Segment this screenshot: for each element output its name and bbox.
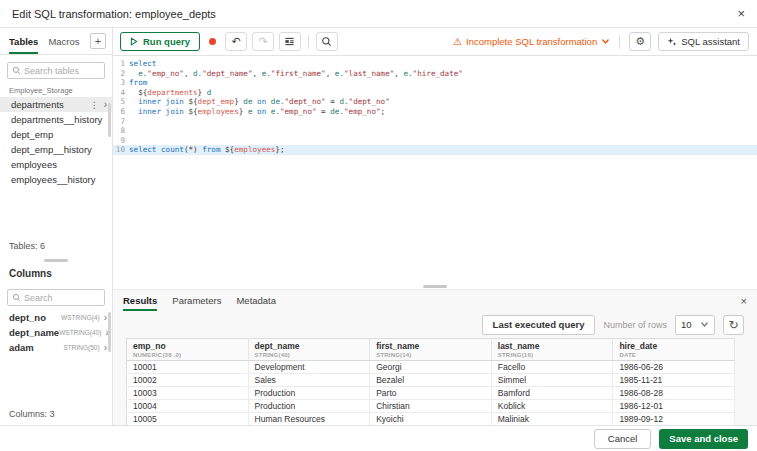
- search-code-button[interactable]: [316, 32, 338, 51]
- table-item[interactable]: dept_emp: [0, 127, 112, 142]
- save-and-close-button[interactable]: Save and close: [659, 429, 748, 449]
- table-cell: Development: [248, 361, 370, 374]
- code-token: "first_name": [271, 69, 326, 78]
- column-header[interactable]: hire_dateDATE: [613, 339, 735, 361]
- title-bar: Edit SQL transformation: employee_depts …: [0, 0, 757, 28]
- column-item[interactable]: dept_noWSTRING(4)›: [0, 310, 112, 325]
- sql-assistant-label: SQL assistant: [681, 36, 740, 47]
- tab-results[interactable]: Results: [123, 290, 157, 311]
- refresh-icon: ↻: [728, 318, 738, 332]
- code-token: departments: [147, 88, 197, 97]
- sidebar-splitter[interactable]: [0, 257, 112, 264]
- search-columns-input[interactable]: Search: [7, 289, 105, 306]
- code-token: count: [161, 145, 184, 154]
- code-line[interactable]: 4 ${departments} d: [113, 88, 757, 98]
- close-icon[interactable]: ×: [737, 7, 745, 20]
- tab-parameters[interactable]: Parameters: [172, 290, 221, 311]
- code-line[interactable]: 2 e."emp_no", d."dept_name", e."first_na…: [113, 69, 757, 79]
- code-token: de: [243, 97, 252, 106]
- table-cell: Production: [248, 400, 370, 413]
- results-table-wrap: emp_noNUMERIC(38 ,0)dept_nameSTRING(40)f…: [113, 338, 757, 425]
- code-token: };: [275, 145, 284, 154]
- code-token: "dept_no": [285, 97, 326, 106]
- rows-count-select[interactable]: 10: [675, 315, 715, 335]
- code-token: select: [129, 145, 156, 154]
- cancel-button[interactable]: Cancel: [594, 429, 652, 449]
- tables-scrollbar[interactable]: [108, 103, 111, 137]
- code-line[interactable]: 5 inner join ${dept_emp} de on de."dept_…: [113, 97, 757, 107]
- column-header[interactable]: last_nameSTRING(16): [491, 339, 613, 361]
- chevron-right-icon[interactable]: ›: [104, 99, 107, 110]
- code-token: [129, 88, 138, 97]
- line-number: 10: [113, 145, 129, 155]
- table-item[interactable]: departments__history: [0, 112, 112, 127]
- code-token: d.: [339, 97, 348, 106]
- table-row[interactable]: 10002SalesBezalelSimmel1985-11-21: [127, 374, 735, 387]
- columns-scrollbar[interactable]: [108, 312, 111, 352]
- sidebar: Tables Macros + Search tables Employee_S…: [0, 28, 113, 425]
- code-text: select: [129, 59, 156, 69]
- validation-warning-dropdown[interactable]: ⚠ Incomplete SQL transformation: [453, 36, 610, 47]
- columns-count: Columns: 3: [0, 405, 112, 425]
- line-number: 5: [113, 97, 129, 107]
- code-token: de.: [330, 107, 344, 116]
- page-title: Edit SQL transformation: employee_depts: [12, 8, 216, 20]
- close-results-icon[interactable]: ×: [741, 295, 747, 307]
- add-table-button[interactable]: +: [90, 33, 106, 49]
- column-header[interactable]: emp_noNUMERIC(38 ,0): [127, 339, 249, 361]
- redo-button[interactable]: ↷: [252, 32, 274, 51]
- last-executed-query-button[interactable]: Last executed query: [482, 315, 596, 335]
- column-header[interactable]: dept_nameSTRING(40): [248, 339, 370, 361]
- tab-tables[interactable]: Tables: [9, 28, 38, 54]
- code-token: "hire_date": [413, 69, 463, 78]
- column-type: STRING(50): [64, 344, 100, 351]
- code-token: [129, 107, 138, 116]
- column-header-name: last_name: [498, 341, 607, 351]
- more-options-icon[interactable]: ⋮: [90, 100, 99, 110]
- tab-macros[interactable]: Macros: [48, 28, 79, 54]
- code-token: "dept_name": [202, 69, 252, 78]
- code-token: [129, 97, 138, 106]
- chevron-right-icon[interactable]: ›: [104, 312, 107, 323]
- column-header[interactable]: first_nameSTRING(14): [370, 339, 492, 361]
- table-row[interactable]: 10005Human ResourcesKyoichiMaliniak1989-…: [127, 413, 735, 426]
- table-item[interactable]: dept_emp__history: [0, 142, 112, 157]
- search-tables-input[interactable]: Search tables: [7, 62, 105, 79]
- sql-code-editor[interactable]: 1select2 e."emp_no", d."dept_name", e."f…: [113, 56, 757, 283]
- sql-assistant-button[interactable]: SQL assistant: [658, 32, 749, 51]
- undo-button[interactable]: ↶: [225, 32, 247, 51]
- code-line[interactable]: 1select: [113, 59, 757, 69]
- column-header-name: emp_no: [133, 341, 242, 351]
- storage-group-label: Employee_Storage: [0, 83, 112, 97]
- table-cell: 10002: [127, 374, 249, 387]
- table-cell: 1989-09-12: [613, 413, 735, 426]
- code-line[interactable]: 6 inner join ${employees} e on e."emp_no…: [113, 107, 757, 117]
- refresh-results-button[interactable]: ↻: [723, 315, 744, 335]
- format-code-button[interactable]: [279, 32, 301, 51]
- chevron-right-icon[interactable]: ›: [104, 342, 107, 353]
- table-row[interactable]: 10001DevelopmentGeorgiFacello1986-06-26: [127, 361, 735, 374]
- search-columns-placeholder: Search: [24, 293, 53, 303]
- settings-button[interactable]: ⚙: [629, 32, 651, 51]
- table-item[interactable]: departments⋮›: [0, 97, 112, 112]
- code-line[interactable]: 8: [113, 126, 757, 136]
- run-query-button[interactable]: Run query: [120, 32, 200, 51]
- table-row[interactable]: 10004ProductionChirstianKoblick1986-12-0…: [127, 400, 735, 413]
- column-item[interactable]: dept_nameWSTRING(40)›: [0, 325, 112, 340]
- code-lines: 1select2 e."emp_no", d."dept_name", e."f…: [113, 59, 757, 155]
- tab-metadata[interactable]: Metadata: [236, 290, 276, 311]
- code-line[interactable]: 7: [113, 117, 757, 127]
- code-line[interactable]: 10select count(*) from ${employees};: [113, 145, 757, 155]
- line-number: 1: [113, 59, 129, 69]
- table-cell: Bezalel: [370, 374, 492, 387]
- table-item[interactable]: employees: [0, 157, 112, 172]
- code-line[interactable]: 9: [113, 136, 757, 146]
- code-line[interactable]: 3from: [113, 78, 757, 88]
- line-number: 6: [113, 107, 129, 117]
- column-name: dept_name: [9, 327, 59, 338]
- column-item[interactable]: adamSTRING(50)›: [0, 340, 112, 355]
- content-row: Tables Macros + Search tables Employee_S…: [0, 28, 757, 425]
- table-item[interactable]: employees__history: [0, 172, 112, 187]
- table-row[interactable]: 10003ProductionPartoBamford1986-08-28: [127, 387, 735, 400]
- column-header-type: STRING(40): [255, 352, 364, 358]
